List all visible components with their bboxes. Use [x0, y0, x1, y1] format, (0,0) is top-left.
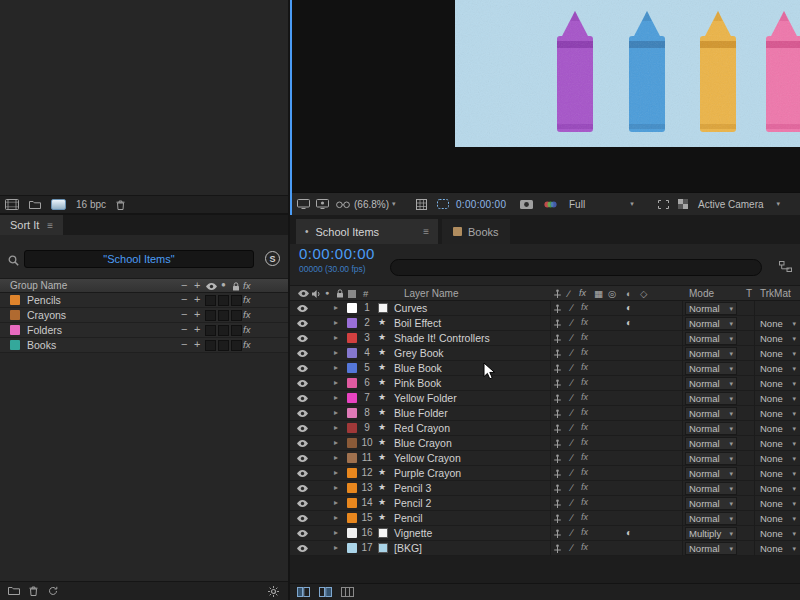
- panel-menu-icon[interactable]: ≡: [47, 220, 53, 231]
- transparency-grid-icon[interactable]: [678, 193, 688, 215]
- layer-expander[interactable]: ▸: [334, 543, 338, 552]
- blend-mode-dropdown[interactable]: Normal▾: [685, 347, 737, 360]
- shy-switch-icon[interactable]: [553, 439, 562, 448]
- add-group-button[interactable]: +: [194, 308, 200, 320]
- view-options-icon[interactable]: [336, 193, 350, 215]
- shy-switch-icon[interactable]: [553, 319, 562, 328]
- layer-label-swatch[interactable]: [347, 378, 357, 388]
- layer-row[interactable]: ▸9★Red Crayon∕fxNormal▾None▾: [290, 421, 800, 436]
- group-visibility-box[interactable]: [205, 295, 216, 306]
- trkmat-dropdown[interactable]: None▾: [758, 437, 798, 450]
- interpret-footage-icon[interactable]: [5, 199, 19, 210]
- snapshot-icon[interactable]: [520, 193, 533, 215]
- layer-expander[interactable]: ▸: [334, 378, 338, 387]
- layer-row[interactable]: ▸13★Pencil 3∕fxNormal▾None▾: [290, 481, 800, 496]
- layer-visibility-toggle[interactable]: [297, 425, 308, 432]
- shy-switch-icon[interactable]: [553, 469, 562, 478]
- trkmat-dropdown[interactable]: None▾: [758, 407, 798, 420]
- trkmat-dropdown[interactable]: None▾: [758, 512, 798, 525]
- blend-mode-dropdown[interactable]: Normal▾: [685, 392, 737, 405]
- layer-row[interactable]: ▸14★Pencil 2∕fxNormal▾None▾: [290, 496, 800, 511]
- shy-switch-icon[interactable]: [553, 379, 562, 388]
- layer-row[interactable]: ▸12★Purple Crayon∕fxNormal▾None▾: [290, 466, 800, 481]
- trkmat-dropdown[interactable]: None▾: [758, 332, 798, 345]
- blend-mode-dropdown[interactable]: Normal▾: [685, 497, 737, 510]
- layer-row[interactable]: ▸10★Blue Crayon∕fxNormal▾None▾: [290, 436, 800, 451]
- layer-label-swatch[interactable]: [347, 543, 357, 553]
- sort-it-tab[interactable]: Sort It ≡: [0, 215, 63, 235]
- blend-mode-dropdown[interactable]: Normal▾: [685, 452, 737, 465]
- trkmat-dropdown[interactable]: None▾: [758, 362, 798, 375]
- fx-switch-icon[interactable]: fx: [581, 332, 588, 342]
- layer-row[interactable]: ▸6★Pink Book∕fxNormal▾None▾: [290, 376, 800, 391]
- shy-switch-icon[interactable]: [553, 529, 562, 538]
- layer-row[interactable]: ▸15★Pencil∕fxNormal▾None▾: [290, 511, 800, 526]
- blend-mode-dropdown[interactable]: Normal▾: [685, 422, 737, 435]
- group-solo-box[interactable]: [218, 325, 229, 336]
- layer-label-swatch[interactable]: [347, 483, 357, 493]
- layer-row[interactable]: ▸11★Yellow Crayon∕fxNormal▾None▾: [290, 451, 800, 466]
- fx-switch-icon[interactable]: fx: [581, 317, 588, 327]
- layer-name[interactable]: Shade It! Controllers: [394, 332, 490, 344]
- quality-switch-icon[interactable]: ∕: [571, 362, 573, 373]
- layer-row[interactable]: ▸17[BKG]∕fxNormal▾None▾: [290, 541, 800, 556]
- color-depth-chip[interactable]: [51, 199, 66, 210]
- layer-name[interactable]: Purple Crayon: [394, 467, 461, 479]
- group-visibility-box[interactable]: [205, 310, 216, 321]
- quality-switch-icon[interactable]: ∕: [571, 542, 573, 553]
- quality-switch-icon[interactable]: ∕: [571, 437, 573, 448]
- grid-options-icon[interactable]: [416, 193, 427, 215]
- add-group-button[interactable]: +: [194, 338, 200, 350]
- trash-icon[interactable]: [29, 586, 38, 596]
- trkmat-dropdown[interactable]: None▾: [758, 542, 798, 555]
- layer-expander[interactable]: ▸: [334, 513, 338, 522]
- current-time-display[interactable]: 0:00:00:00: [299, 245, 375, 262]
- folder-icon[interactable]: [8, 586, 20, 595]
- layer-name[interactable]: [BKG]: [394, 542, 422, 554]
- layer-visibility-toggle[interactable]: [297, 320, 308, 327]
- trash-icon[interactable]: [116, 200, 125, 210]
- shy-switch-icon[interactable]: [553, 454, 562, 463]
- layer-row[interactable]: ▸4★Grey Book∕fxNormal▾None▾: [290, 346, 800, 361]
- fx-switch-icon[interactable]: fx: [581, 347, 588, 357]
- layer-label-swatch[interactable]: [347, 468, 357, 478]
- t-column-header[interactable]: T: [746, 288, 752, 299]
- layer-label-swatch[interactable]: [347, 363, 357, 373]
- mini-flowchart-icon[interactable]: [779, 261, 792, 272]
- fx-switch-icon[interactable]: fx: [581, 482, 588, 492]
- layer-expander[interactable]: ▸: [334, 408, 338, 417]
- quality-switch-icon[interactable]: ∕: [571, 407, 573, 418]
- layer-name[interactable]: Yellow Crayon: [394, 452, 461, 464]
- adjustment-layer-badge[interactable]: ◐: [626, 527, 632, 538]
- remove-group-button[interactable]: −: [181, 279, 187, 291]
- group-color-swatch[interactable]: [10, 310, 20, 320]
- layer-label-swatch[interactable]: [347, 318, 357, 328]
- quality-switch-icon[interactable]: ∕: [571, 527, 573, 538]
- group-lock-box[interactable]: [231, 325, 242, 336]
- remove-group-button[interactable]: −: [181, 338, 187, 350]
- layer-visibility-toggle[interactable]: [297, 410, 308, 417]
- group-visibility-box[interactable]: [205, 325, 216, 336]
- toggle-switches-pane-icon[interactable]: [297, 587, 310, 597]
- bit-depth-label[interactable]: 16 bpc: [76, 199, 106, 210]
- shy-switch-icon[interactable]: [553, 484, 562, 493]
- fx-switch-icon[interactable]: fx: [581, 377, 588, 387]
- layer-name[interactable]: Curves: [394, 302, 427, 314]
- quality-switch-icon[interactable]: ∕: [571, 512, 573, 523]
- shy-switch-icon[interactable]: [553, 514, 562, 523]
- fx-switch-icon[interactable]: fx: [581, 422, 588, 432]
- blend-mode-dropdown[interactable]: Normal▾: [685, 467, 737, 480]
- quality-switch-icon[interactable]: ∕: [571, 317, 573, 328]
- layer-expander[interactable]: ▸: [334, 318, 338, 327]
- blend-mode-dropdown[interactable]: Normal▾: [685, 437, 737, 450]
- layer-expander[interactable]: ▸: [334, 498, 338, 507]
- quality-switch-icon[interactable]: ∕: [571, 482, 573, 493]
- layer-visibility-toggle[interactable]: [297, 515, 308, 522]
- layer-visibility-toggle[interactable]: [297, 530, 308, 537]
- group-solo-box[interactable]: [218, 340, 229, 351]
- fx-switch-icon[interactable]: fx: [581, 362, 588, 372]
- quality-switch-icon[interactable]: ∕: [571, 377, 573, 388]
- group-visibility-box[interactable]: [205, 340, 216, 351]
- layer-expander[interactable]: ▸: [334, 453, 338, 462]
- quality-switch-icon[interactable]: ∕: [571, 347, 573, 358]
